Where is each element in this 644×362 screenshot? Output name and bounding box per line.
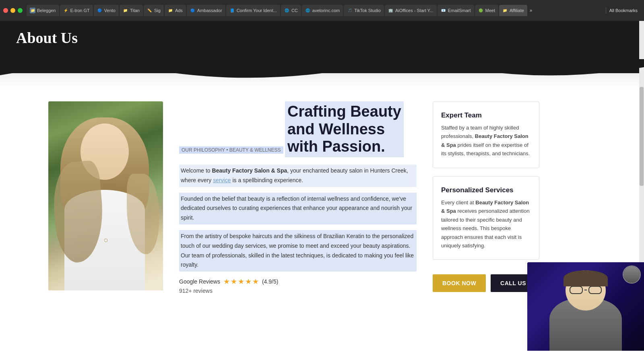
- page-title: About Us: [16, 29, 628, 47]
- brand-name-card1: Beauty Factory Salon & Spa: [441, 133, 528, 148]
- video-content: [527, 262, 644, 351]
- star-5: ★: [252, 277, 259, 286]
- person-image: [48, 101, 163, 290]
- tab-label: EmailSmart: [448, 8, 471, 13]
- star-rating: ★ ★ ★ ★ ★: [223, 277, 259, 286]
- minimize-window-button[interactable]: [10, 8, 15, 13]
- tab-label: Ads: [175, 8, 183, 13]
- info-cards: Expert Team Staffed by a team of highly …: [433, 101, 539, 292]
- page-content: About Us: [0, 21, 644, 351]
- video-person-head: [566, 270, 606, 311]
- tab-icon-ambassador: 🔵: [190, 8, 196, 13]
- brand-name-card2: Beauty Factory Salon & Spa: [441, 200, 529, 214]
- tab-label: CC: [291, 8, 298, 13]
- star-2: ★: [231, 277, 237, 286]
- tab-ambassador[interactable]: 🔵 Ambassador: [187, 5, 225, 16]
- tab-affiliate[interactable]: 📁 Affiliate: [499, 5, 527, 16]
- tab-label: Ambassador: [197, 8, 222, 13]
- tagline-text: OUR PHILOSOPHY • BEAUTY & WELLNESS: [179, 146, 283, 154]
- tab-tiktok[interactable]: 🎵 TikTok Studio: [344, 5, 384, 16]
- tab-icon-vento: 🔵: [97, 8, 103, 13]
- personalized-services-card: Personalized Services Every client at Be…: [433, 176, 539, 260]
- star-3: ★: [238, 277, 244, 286]
- tab-icon-avetor: 🌐: [305, 8, 311, 13]
- expert-team-text: Staffed by a team of highly skilled prof…: [441, 123, 531, 158]
- tab-label: Affiliate: [510, 8, 524, 13]
- maximize-window-button[interactable]: [18, 8, 23, 13]
- reviews-count: 912+ reviews: [179, 288, 417, 294]
- star-1: ★: [223, 277, 230, 286]
- tab-icon-confirm: 📘: [229, 8, 235, 13]
- tab-icon-emailsmart: 📧: [441, 8, 446, 13]
- glass-bridge: [584, 290, 587, 290]
- video-glasses: [570, 286, 602, 294]
- tab-icon-beleggen: 📁: [30, 8, 35, 13]
- reviews-row: Google Reviews ★ ★ ★ ★ ★ (4.9/5): [179, 277, 417, 286]
- tab-label: Vento: [104, 8, 116, 13]
- tab-label: AiOffices - Start Y...: [395, 8, 433, 13]
- tab-ads[interactable]: 📁 Ads: [165, 5, 186, 16]
- personalized-services-text: Every client at Beauty Factory Salon & S…: [441, 198, 531, 250]
- tab-icon-sig: ✏️: [147, 8, 153, 13]
- all-bookmarks-button[interactable]: All Bookmarks: [606, 7, 641, 14]
- star-4: ★: [245, 277, 252, 286]
- tab-meet[interactable]: 🟢 Meet: [475, 5, 498, 16]
- video-chat-overlay: [527, 262, 644, 351]
- reviews-label: Google Reviews: [179, 278, 220, 285]
- jewelry-decoration: [104, 239, 107, 242]
- tab-icon-titan: 📁: [123, 8, 128, 13]
- video-avatar-bg: [623, 266, 640, 283]
- browser-chrome: 📁 Beleggen ⚡ E-tron GT 🔵 Vento 📁 Titan ✏…: [0, 0, 644, 21]
- tab-label: Meet: [485, 8, 495, 13]
- personalized-services-title: Personalized Services: [441, 186, 531, 194]
- tab-icon-tiktok: 🎵: [347, 8, 353, 13]
- tab-label: Beleggen: [37, 8, 56, 13]
- tab-titan[interactable]: 📁 Titan: [120, 5, 143, 16]
- about-heading: Crafting Beautyand Wellnesswith Passion.: [285, 101, 404, 157]
- browser-tabs: 📁 Beleggen ⚡ E-tron GT 🔵 Vento 📁 Titan ✏…: [27, 5, 604, 16]
- tab-cc[interactable]: 🌐 CC: [281, 5, 301, 16]
- glass-left: [570, 286, 583, 294]
- action-buttons: BOOK NOW CALL US: [433, 274, 539, 292]
- tab-confirm[interactable]: 📘 Confirm Your Ident...: [226, 5, 280, 16]
- paragraph-3: From the artistry of bespoke haircuts an…: [179, 230, 417, 272]
- tab-label: E-tron GT: [70, 8, 90, 13]
- tab-label: avetorinc.com: [312, 8, 340, 13]
- tab-icon-ads: 📁: [168, 8, 173, 13]
- service-link[interactable]: service: [213, 177, 231, 183]
- tab-beleggen[interactable]: 📁 Beleggen: [27, 5, 59, 16]
- brand-name-1: Beauty Factory Salon & Spa: [212, 167, 287, 174]
- image-background: [48, 101, 163, 290]
- intro-paragraph: Welcome to Beauty Factory Salon & Spa, y…: [179, 165, 417, 187]
- window-controls: [3, 8, 23, 13]
- tab-sig[interactable]: ✏️ Sig: [144, 5, 164, 16]
- close-window-button[interactable]: [3, 8, 8, 13]
- brush-stroke-decoration: [0, 59, 644, 83]
- tabs-overflow-button[interactable]: »: [528, 7, 534, 14]
- tab-aioffices[interactable]: 🏢 AiOffices - Start Y...: [385, 5, 437, 16]
- tab-label: Titan: [130, 8, 140, 13]
- paragraph-2: Founded on the belief that beauty is a r…: [179, 193, 417, 224]
- tab-vento[interactable]: 🔵 Vento: [94, 5, 119, 16]
- scrollbar-thumb[interactable]: [640, 87, 644, 186]
- expert-team-card: Expert Team Staffed by a team of highly …: [433, 101, 539, 168]
- about-text-content: OUR PHILOSOPHY • BEAUTY & WELLNESS Craft…: [179, 101, 417, 294]
- tab-icon-cc: 🌐: [284, 8, 290, 13]
- tab-label: Sig: [154, 8, 161, 13]
- expert-team-title: Expert Team: [441, 111, 531, 119]
- tab-e-tron[interactable]: ⚡ E-tron GT: [60, 5, 93, 16]
- tab-emailsmart[interactable]: 📧 EmailSmart: [438, 5, 474, 16]
- tab-icon-affiliate: 📁: [502, 8, 508, 13]
- video-avatar: [623, 265, 641, 284]
- tab-icon-aioffices: 🏢: [388, 8, 394, 13]
- glass-right: [588, 286, 602, 294]
- tab-icon-meet: 🟢: [478, 8, 484, 13]
- tab-avetor[interactable]: 🌐 avetorinc.com: [302, 5, 343, 16]
- tab-label: TikTok Studio: [354, 8, 381, 13]
- tab-icon-etron: ⚡: [63, 8, 69, 13]
- rating-value: (4.9/5): [262, 278, 278, 285]
- book-now-button[interactable]: BOOK NOW: [433, 274, 486, 292]
- tab-label: Confirm Your Ident...: [237, 8, 277, 13]
- about-header: About Us: [0, 21, 644, 73]
- video-background: [527, 262, 644, 351]
